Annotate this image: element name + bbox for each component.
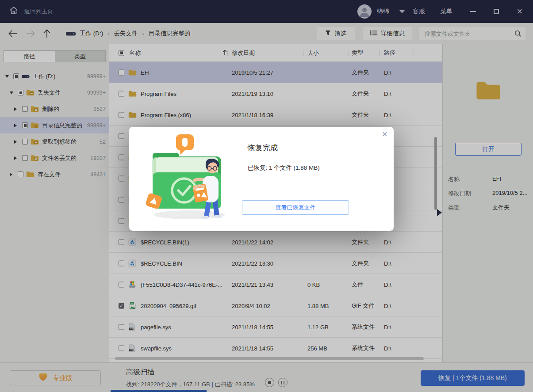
recovery-complete-dialog: × xyxy=(129,127,394,231)
dialog-close-icon[interactable]: × xyxy=(382,129,387,139)
speech-bubble xyxy=(176,134,194,155)
dialog-title: 恢复完成 xyxy=(248,143,278,153)
dialog-message: 已恢复: 1 个文件 (1.88 MB) xyxy=(248,164,320,172)
view-recovered-files-button[interactable]: 查看已恢复文件 xyxy=(242,200,349,215)
app-window: 返回到主页 绵绵 客服 菜单 × 工作 (D:)›丢失文件›目录信息完整的 筛选… xyxy=(0,0,533,392)
recovery-illustration xyxy=(142,133,241,224)
